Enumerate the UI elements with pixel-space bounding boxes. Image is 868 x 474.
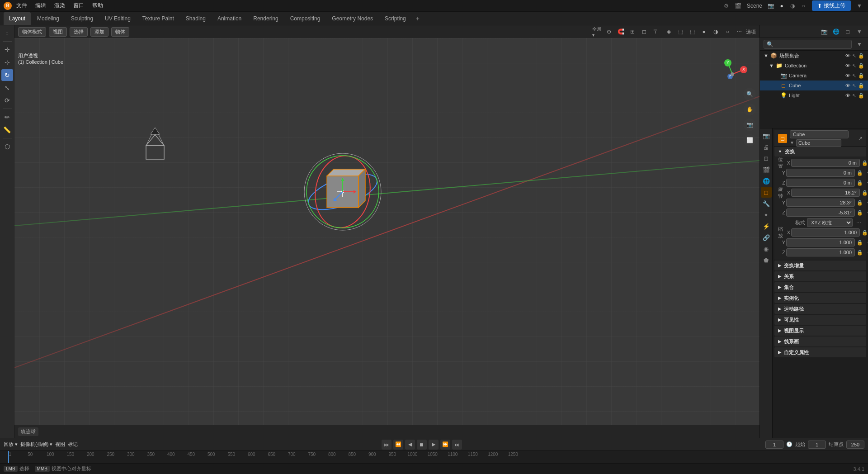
- viewport-shade-material[interactable]: ◑: [788, 1, 797, 11]
- light-vis-select[interactable]: ↖: [852, 93, 856, 99]
- prop-constraints-icon[interactable]: 🔗: [761, 232, 772, 243]
- render-engine-icon[interactable]: ⚙: [722, 1, 731, 11]
- collection-header[interactable]: ▶ 集合: [774, 282, 866, 292]
- rotation-z-input[interactable]: [786, 209, 855, 217]
- timeline-view-menu[interactable]: 视图: [55, 441, 65, 448]
- timeline-start-frame-input[interactable]: [808, 441, 826, 449]
- viewport-more-options[interactable]: ⋯: [734, 27, 744, 37]
- scale-z-lock[interactable]: 🔒: [856, 248, 864, 256]
- prop-data-icon[interactable]: ◉: [761, 243, 772, 254]
- collection-vis-render[interactable]: 🔒: [858, 63, 864, 69]
- add-workspace-button[interactable]: +: [412, 14, 423, 23]
- toolbar-measure[interactable]: 📏: [1, 124, 13, 136]
- prop-view-layer-icon[interactable]: ⊡: [761, 153, 772, 164]
- viewport-shade-solid-btn[interactable]: ●: [699, 27, 709, 37]
- camera-vis-select[interactable]: ↖: [852, 73, 856, 79]
- viewport-xray-btn[interactable]: ⬚: [675, 27, 685, 37]
- location-z-lock[interactable]: 🔒: [856, 179, 864, 187]
- prop-modifier-icon[interactable]: 🔧: [761, 198, 772, 209]
- rotation-z-lock[interactable]: 🔒: [856, 209, 864, 217]
- viewport-shade-render[interactable]: ○: [798, 1, 808, 11]
- rotation-y-input[interactable]: [786, 199, 855, 207]
- viewport-add-menu[interactable]: 添加: [90, 27, 108, 37]
- light-vis-render[interactable]: 🔒: [858, 93, 864, 99]
- viewport-select-menu[interactable]: 选择: [70, 27, 88, 37]
- menu-file[interactable]: 文件: [13, 1, 31, 10]
- outliner-item-scene-collection[interactable]: ▼ 📦 场景集合 👁 ↖ 🔒: [760, 51, 868, 61]
- timeline-playback-dropdown[interactable]: 回放▾: [4, 441, 18, 448]
- viewport-shade-lookdev[interactable]: ◑: [711, 27, 721, 37]
- viewport-mask-icon[interactable]: ◻: [639, 27, 649, 37]
- custom-props-header[interactable]: ▶ 自定义属性: [774, 347, 866, 357]
- rotation-mode-select[interactable]: XYZ 欧拉: [807, 218, 853, 227]
- tab-animation[interactable]: Animation: [212, 12, 247, 25]
- timeline-markers-menu[interactable]: 标记: [68, 441, 78, 448]
- scene-vis-select[interactable]: ↖: [852, 53, 856, 59]
- scene-vis-eye[interactable]: 👁: [845, 53, 850, 59]
- menu-render[interactable]: 渲染: [51, 1, 69, 10]
- prop-output-icon[interactable]: 🖨: [761, 142, 772, 152]
- prop-physics-icon[interactable]: ⚡: [761, 221, 772, 232]
- rotation-x-input[interactable]: [791, 189, 860, 197]
- timeline-prev-keyframe[interactable]: ◀: [405, 440, 415, 450]
- viewport-overlay-btn[interactable]: ◈: [664, 27, 674, 37]
- scale-z-more[interactable]: ⋯: [865, 248, 868, 256]
- viewport-view-menu[interactable]: 视图: [49, 27, 67, 37]
- outliner-item-camera[interactable]: ▶ 📷 Camera 👁 ↖ 🔒: [760, 71, 868, 81]
- filter-icon[interactable]: ▼: [854, 1, 864, 11]
- transform-delta-header[interactable]: ▶ 变换增量: [774, 261, 866, 270]
- scene-filter-icon[interactable]: ▼: [854, 27, 864, 37]
- toolbar-annotate[interactable]: ✏: [1, 111, 13, 123]
- cube-vis-render[interactable]: 🔒: [858, 83, 864, 89]
- scene-vis-render[interactable]: 🔒: [858, 53, 864, 59]
- location-y-more[interactable]: ⋯: [865, 169, 868, 177]
- outliner-search-bar[interactable]: 🔍: [764, 40, 852, 49]
- navigation-gizmo[interactable]: X Y Z: [714, 56, 750, 92]
- timeline-body[interactable]: 1 50 100 150 200 250 300 350 400 450 500…: [0, 451, 868, 463]
- scene-object-icon[interactable]: ◻: [843, 27, 853, 37]
- scale-y-input[interactable]: [786, 238, 855, 246]
- collection-vis-eye[interactable]: 👁: [845, 63, 850, 69]
- tab-modeling[interactable]: Modeling: [32, 12, 65, 25]
- outliner-filter-btn[interactable]: ▼: [854, 39, 864, 49]
- line-art-header[interactable]: ▶ 线系画: [774, 337, 866, 346]
- location-y-input[interactable]: [786, 169, 855, 177]
- timeline-next-keyframe[interactable]: ▶: [429, 440, 439, 450]
- zoom-in-btn[interactable]: 🔍: [743, 88, 756, 100]
- camera-header-icon[interactable]: 📷: [766, 1, 776, 11]
- timeline-next-frame[interactable]: ⏩: [440, 440, 450, 450]
- camera-vis-eye[interactable]: 👁: [845, 73, 850, 79]
- prop-object-name-input[interactable]: [790, 130, 849, 138]
- viewport-global-local[interactable]: 全局 ▾: [592, 27, 602, 37]
- location-x-lock[interactable]: 🔒: [861, 159, 868, 167]
- timeline-current-frame-input[interactable]: [765, 441, 783, 449]
- rotation-x-lock[interactable]: 🔒: [861, 189, 868, 197]
- timeline-stop-btn[interactable]: ⏹: [417, 440, 427, 450]
- cube-vis-eye[interactable]: 👁: [845, 83, 850, 89]
- scene-camera-icon[interactable]: 📷: [819, 27, 829, 37]
- tab-texture-paint[interactable]: Texture Paint: [137, 12, 179, 25]
- viewport-display-header[interactable]: ▶ 视图显示: [774, 326, 866, 336]
- prop-scene-icon[interactable]: 🎬: [761, 164, 772, 175]
- outliner-search-input[interactable]: [775, 42, 849, 47]
- rotation-y-lock[interactable]: 🔒: [856, 199, 864, 207]
- outliner-item-collection[interactable]: ▼ 📁 Collection 👁 ↖ 🔒: [760, 61, 868, 71]
- timeline-camera-dropdown[interactable]: 摄像机(插帧)▾: [20, 441, 52, 448]
- viewport-snap[interactable]: 🧲: [616, 27, 626, 37]
- toolbar-mode-selector[interactable]: ↕: [1, 27, 13, 39]
- view-toggle-btn[interactable]: ⬜: [743, 134, 756, 147]
- camera-gizmo-btn[interactable]: 📷: [743, 118, 756, 131]
- prop-object-link-icon[interactable]: ↗: [858, 135, 863, 142]
- menu-window[interactable]: 窗口: [70, 1, 88, 10]
- viewport-options-btn[interactable]: 选项: [746, 27, 756, 37]
- viewport-mode-dropdown[interactable]: 物体模式: [18, 27, 46, 37]
- viewport-shade-wireframe[interactable]: ⬚: [687, 27, 697, 37]
- viewport-canvas[interactable]: 用户透视 (1) Collection | Cube: [14, 38, 760, 425]
- tab-geometry-nodes[interactable]: Geometry Nodes: [326, 12, 378, 25]
- viewport-area[interactable]: 物体模式 视图 选择 添加 物体 全局 ▾ ⊙ 🧲 ⊞ ◻ 〒: [14, 25, 760, 438]
- scale-y-lock[interactable]: 🔒: [856, 238, 864, 246]
- tab-uv-editing[interactable]: UV Editing: [99, 12, 136, 25]
- cube-vis-select[interactable]: ↖: [852, 83, 856, 89]
- scale-x-input[interactable]: [791, 228, 860, 237]
- viewport-snap-icon2[interactable]: 〒: [651, 27, 661, 37]
